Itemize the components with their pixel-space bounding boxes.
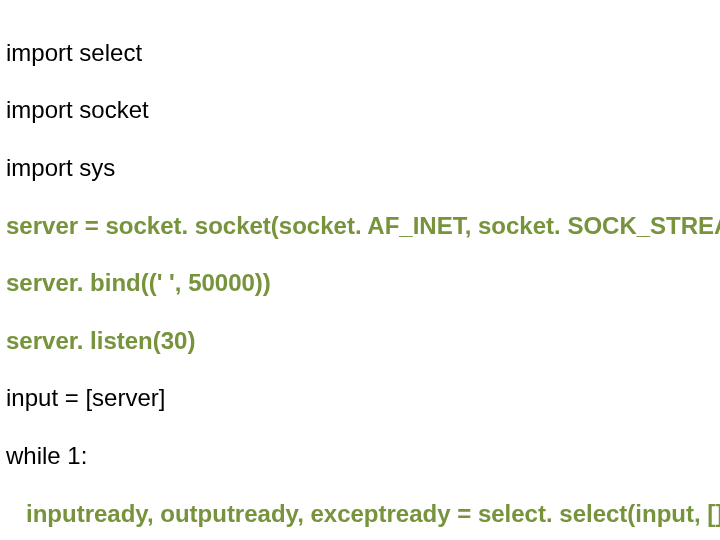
code-line: inputready, outputready, exceptready = s… [6, 500, 714, 529]
code-line: import sys [6, 154, 714, 183]
code-line: server. bind((' ', 50000)) [6, 269, 714, 298]
code-line: server. listen(30) [6, 327, 714, 356]
code-line: import select [6, 39, 714, 68]
code-line: input = [server] [6, 384, 714, 413]
code-line: import socket [6, 96, 714, 125]
code-line: server = socket. socket(socket. AF_INET,… [6, 212, 714, 241]
code-slide: import select import socket import sys s… [0, 0, 720, 540]
code-line: while 1: [6, 442, 714, 471]
